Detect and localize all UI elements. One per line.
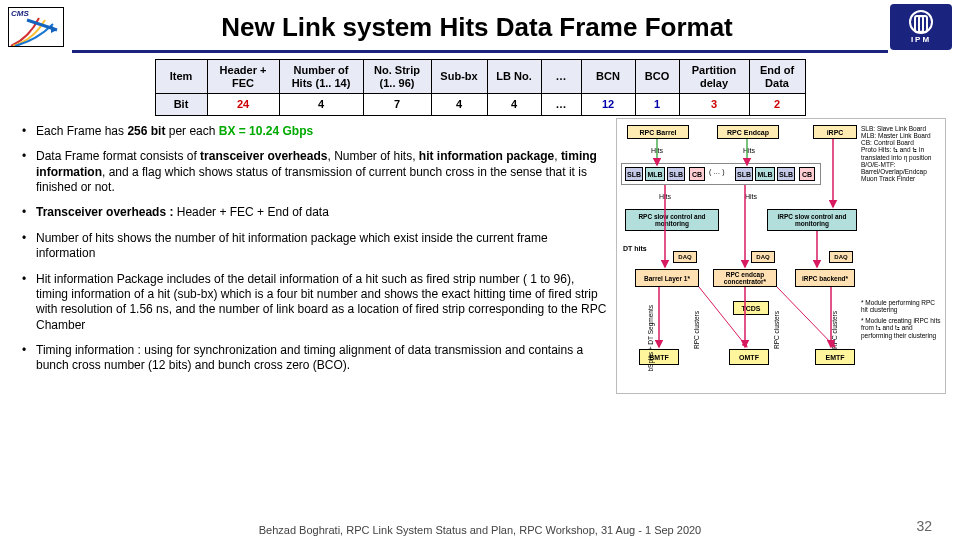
box-daq: DAQ	[673, 251, 697, 263]
th-eod: End of Data	[749, 60, 805, 94]
system-diagram: RPC Barrel RPC Endcap iRPC SLB MLB SLB C…	[616, 118, 946, 394]
td-7: 7	[363, 94, 431, 116]
th-ellipsis: …	[541, 60, 581, 94]
bullet-2: • Data Frame format consists of transcei…	[22, 149, 608, 195]
bullet-5: •Hit information Package includes of the…	[22, 272, 608, 333]
ipm-logo: IPM	[890, 4, 952, 50]
td-4b: 4	[431, 94, 487, 116]
bullet-4: •Number of hits shows the number of hit …	[22, 231, 608, 262]
box-tcds: TCDS	[733, 301, 769, 315]
box-barrel-layer: Barrel Layer 1*	[635, 269, 699, 287]
bullet-6: •Timing information : using for synchron…	[22, 343, 608, 374]
svg-line-12	[777, 287, 835, 347]
diagram-legend: SLB: Slave Link Board MLB: Master Link B…	[861, 125, 943, 182]
box-bmtf: BMTF	[639, 349, 679, 365]
frame-format-table: Item Header + FEC Number of Hits (1.. 14…	[155, 59, 806, 116]
bullet-list: • Each Frame has 256 bit per each BX = 1…	[22, 124, 608, 394]
td-bit-label: Bit	[155, 94, 207, 116]
diagram-footnote: * Module performing RPC hit clustering *…	[861, 299, 943, 339]
box-rpc-slow: RPC slow control and monitoring	[625, 209, 719, 231]
box-rpc-barrel: RPC Barrel	[627, 125, 689, 139]
box-irpc-backend: iRPC backend*	[795, 269, 855, 287]
box-emtf: EMTF	[815, 349, 855, 365]
th-bcn: BCN	[581, 60, 635, 94]
title-underline	[72, 50, 888, 53]
box-irpc-slow: iRPC slow control and monitoring	[767, 209, 857, 231]
td-ell: …	[541, 94, 581, 116]
label-dthits: DT hits	[623, 245, 647, 252]
label-vert1: bSplits + DT Segments	[647, 305, 654, 372]
td-4a: 4	[279, 94, 363, 116]
th-partition: Partition delay	[679, 60, 749, 94]
th-no-strip: No. Strip (1.. 96)	[363, 60, 431, 94]
th-subbx: Sub-bx	[431, 60, 487, 94]
th-num-hits: Number of Hits (1.. 14)	[279, 60, 363, 94]
cms-logo: CMS	[8, 7, 64, 47]
th-bco: BCO	[635, 60, 679, 94]
td-4c: 4	[487, 94, 541, 116]
td-1: 1	[635, 94, 679, 116]
th-header-fec: Header + FEC	[207, 60, 279, 94]
slide-number: 32	[916, 518, 932, 534]
box-irpc: iRPC	[813, 125, 857, 139]
footer-text: Behzad Boghrati, RPC Link System Status …	[0, 524, 960, 536]
page-title: New Link system Hits Data Frame Format	[70, 12, 884, 43]
td-24: 24	[207, 94, 279, 116]
box-omtf: OMTF	[729, 349, 769, 365]
td-2: 2	[749, 94, 805, 116]
td-3: 3	[679, 94, 749, 116]
th-item: Item	[155, 60, 207, 94]
bullet-1: • Each Frame has 256 bit per each BX = 1…	[22, 124, 608, 139]
th-lbno: LB No.	[487, 60, 541, 94]
box-rpc-endcap: RPC Endcap	[717, 125, 779, 139]
bullet-3: • Transceiver overheads : Header + FEC +…	[22, 205, 608, 220]
td-12: 12	[581, 94, 635, 116]
svg-line-11	[699, 287, 747, 347]
box-rpc-endcap-conc: RPC endcap concentrator*	[713, 269, 777, 287]
